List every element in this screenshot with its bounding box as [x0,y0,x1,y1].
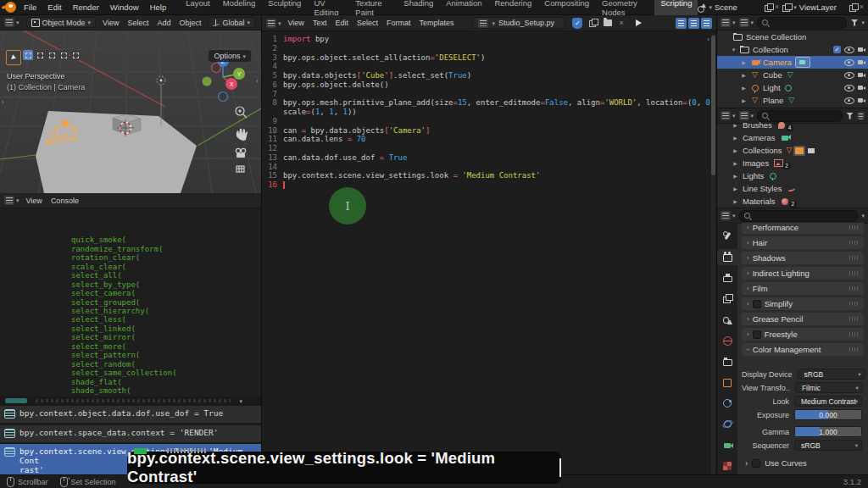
select-mode-button-2[interactable] [47,50,57,60]
code-line[interactable]: 9 [262,117,716,126]
use-curves-checkbox[interactable] [752,459,760,468]
code-area[interactable]: 1 import bpy 2 3 bpy.ops.object.select_a… [262,31,716,474]
scene-selector[interactable]: ▾ Scene × [698,3,779,12]
datablock-category-row[interactable]: ▶ Lights [717,169,868,182]
panel-header[interactable]: › Simplify [742,297,864,310]
select-tool-button[interactable] [6,50,21,65]
code-line[interactable]: 7 [262,90,716,99]
info-log-row[interactable]: bpy.context.space_data.context = 'RENDER… [0,425,261,442]
filter-funnel-icon[interactable] [850,19,858,26]
properties-tab[interactable] [717,458,737,474]
panel-grip[interactable] [849,256,860,260]
autocomplete-item[interactable]: shade_smooth( [71,386,177,395]
render-visibility-icon[interactable] [858,85,865,91]
expand-toggle[interactable]: ▶ [732,122,738,128]
panel-grip[interactable] [849,332,860,336]
render-visibility-icon[interactable] [858,59,865,65]
topbar-menu-item[interactable]: Render [73,3,99,12]
code-line[interactable]: 8 bpy.ops.mesh.primitive_plane_add(size=… [262,98,716,108]
outliner-row[interactable]: ▶ Plane ✓ [717,94,868,107]
editor-type-3dviewport-button[interactable]: ▾ [4,18,19,27]
code-line[interactable]: 5 bpy.data.objects['Cube'].select_set(Tr… [262,71,716,80]
filter-extra-icon[interactable] [857,112,865,119]
code-line[interactable]: 4 [262,62,716,71]
code-line[interactable]: 12 [262,144,716,153]
panel-header[interactable]: › Performance [742,223,864,234]
expand-toggle[interactable]: ▶ [732,135,738,141]
properties-search-input[interactable] [739,210,859,222]
options-button[interactable]: Options ▾ [209,50,251,62]
hide-eye-icon[interactable] [844,72,854,79]
render-visibility-icon[interactable] [858,72,865,78]
autocomplete-item[interactable]: select_by_type( [71,280,177,289]
autocomplete-item[interactable]: select_linked( [71,324,177,333]
editor-type-text-button[interactable]: ▾ [266,19,281,28]
panel-header[interactable]: › Freestyle [742,328,864,341]
hide-eye-icon[interactable] [844,59,854,66]
panel-header-color-management[interactable]: › Color Management [742,343,864,356]
hide-eye-icon[interactable] [844,47,854,53]
text-menu-item[interactable]: Select [357,19,378,27]
expand-toggle[interactable]: ▶ [732,198,738,204]
viewport-menu-item[interactable]: Add [157,19,170,27]
autocomplete-item[interactable]: scale_clear( [71,263,177,271]
text-menu-item[interactable]: Edit [335,19,348,27]
new-viewlayer-icon[interactable] [849,3,857,12]
autocomplete-item[interactable]: randomize_transform( [71,245,177,253]
autocomplete-item[interactable]: select_grouped( [71,298,177,307]
outliner-row[interactable]: ▶ Cube ✓ [717,69,868,81]
blender-logo-icon[interactable] [5,2,16,13]
text-menu-item[interactable]: View [288,19,304,27]
autocomplete-item[interactable]: select_same_collection( [71,369,177,377]
field-control[interactable]: 1.000 ▾ [794,426,862,437]
word-wrap-toggle[interactable] [688,18,699,29]
editor-type-console-button[interactable]: ▾ [4,196,19,205]
select-mode-button-1[interactable] [35,50,45,60]
properties-tab[interactable] [717,416,737,433]
datablock-category-row[interactable]: ▶ Collections [717,144,868,157]
expand-toggle[interactable]: ▶ [732,186,738,191]
expand-toggle[interactable]: ▼ [731,47,737,53]
render-visibility-icon[interactable] [858,97,865,103]
display-mode-button[interactable]: ▾ [739,18,754,27]
close-icon[interactable]: × [860,3,864,11]
expand-toggle[interactable]: ▶ [741,85,747,91]
editor-type-outliner-button[interactable]: ▾ [721,111,736,120]
code-line[interactable]: 16 [262,180,716,190]
properties-tab[interactable] [717,332,737,349]
code-line[interactable]: 13 can.data.dof.use_dof = True [262,153,716,163]
properties-tab[interactable] [717,353,737,370]
panel-grip[interactable] [849,302,860,306]
properties-tab[interactable] [717,291,737,308]
render-visibility-icon[interactable] [858,47,865,53]
text-menu-item[interactable]: Format [387,19,411,27]
collection-checkbox[interactable]: ✓ [833,46,841,53]
panel-grip[interactable] [849,241,860,245]
autocomplete-item[interactable]: quick_smoke( [71,236,177,244]
code-line[interactable]: 10 can = bpy.data.objects['Camera'] [262,126,716,136]
viewport-menu-item[interactable]: View [103,19,119,27]
viewport-menu-item[interactable]: Object [179,19,201,27]
open-text-folder-icon[interactable] [604,19,612,26]
field-control[interactable]: sRGB ▾ [794,440,862,451]
hide-eye-icon[interactable] [844,85,854,92]
autocomplete-item[interactable]: select_pattern( [71,351,177,359]
autocomplete-item[interactable]: rotation_clear( [71,253,177,262]
code-line[interactable]: 11 can.data.lens = 70 [262,135,716,144]
properties-tab[interactable] [717,374,737,391]
properties-tab[interactable] [717,312,737,329]
datablock-category-row[interactable]: ▶ Cameras [717,131,868,144]
info-log-row[interactable]: bpy.context.object.data.dof.use_dof = Tr… [0,406,261,423]
editor-type-properties-button[interactable]: ▾ [721,211,736,220]
close-icon[interactable]: × [775,3,779,11]
topbar-menu-item[interactable]: Edit [47,3,61,12]
editor-type-outliner-button[interactable]: ▾ [721,18,736,27]
code-line[interactable]: 1 import bpy [262,35,716,44]
autocomplete-item[interactable]: select_camera( [71,289,177,297]
field-control[interactable]: sRGB ▾ [798,369,865,380]
autocomplete-item[interactable]: select_less( [71,315,177,324]
panel-checkbox[interactable] [753,330,761,339]
unlink-text-icon[interactable]: × [619,19,623,27]
field-control[interactable]: Medium Contrast ▾ [794,396,862,407]
outliner-row[interactable]: ▶ Light ✓ [717,81,868,94]
